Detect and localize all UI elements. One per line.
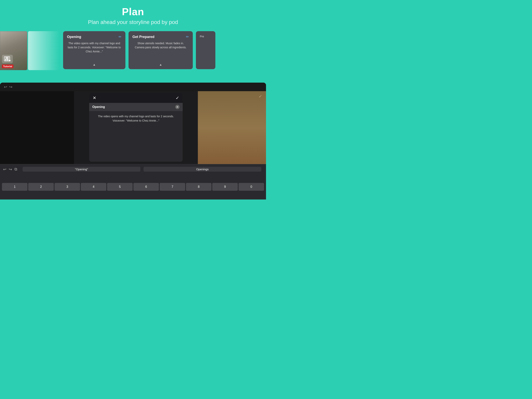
key-8[interactable]: 8	[186, 183, 211, 191]
keyboard-row-numbers: 1 2 3 4 5 6 7 8 9 0	[1, 183, 265, 191]
svg-rect-3	[6, 57, 9, 59]
cards-row: Tutorial Opening ✏ The video opens with …	[0, 31, 266, 76]
pod-card-opening-text: The video opens with my channel logo and…	[67, 41, 121, 61]
svg-point-4	[9, 60, 11, 61]
bottom-copy-button[interactable]: ⧉	[14, 167, 17, 171]
modal-header: Opening ✕	[89, 103, 183, 111]
modal-topbar: ✕ ✓	[89, 93, 183, 103]
pod-card-get-prepared-text: Show utensils needed. Music fades in. Ca…	[133, 41, 189, 61]
key-9[interactable]: 9	[212, 183, 238, 191]
editor-panel: ↩ ↪ ✕ ✓ Opening ✕	[0, 83, 266, 200]
editor-undo-button[interactable]: ↩	[4, 84, 7, 89]
tutorial-overlay: Tutorial	[0, 31, 27, 70]
editor-toolbar-top: ↩ ↪	[0, 83, 266, 91]
modal-text-content: The video opens with my channel logo and…	[92, 114, 180, 123]
modal-clear-button[interactable]: ✕	[175, 105, 180, 109]
gradient-card	[28, 31, 59, 70]
modal-close-button[interactable]: ✕	[93, 96, 96, 101]
header-section: Plan Plan ahead your storyline pod by po…	[0, 0, 266, 29]
key-1[interactable]: 1	[2, 183, 27, 191]
editor-left-panel	[0, 91, 74, 164]
key-3[interactable]: 3	[55, 183, 80, 191]
keyboard: 1 2 3 4 5 6 7 8 9 0	[0, 174, 266, 200]
pod-card-pre-text: Pre	[200, 35, 204, 38]
tutorial-icon	[2, 55, 13, 63]
pod-card-opening[interactable]: Opening ✏ The video opens with my channe…	[63, 31, 125, 69]
pod-card-opening-edit-icon[interactable]: ✏	[119, 35, 121, 39]
modal-textarea[interactable]: The video opens with my channel logo and…	[89, 111, 183, 162]
pod-card-opening-header: Opening ✏	[67, 35, 121, 39]
editor-main-area: ✕ ✓ Opening ✕ The video opens with my ch…	[0, 91, 266, 164]
editor-center-area: ✕ ✓ Opening ✕ The video opens with my ch…	[74, 91, 198, 164]
tutorial-label: Tutorial	[2, 64, 13, 68]
editor-redo-button[interactable]: ↪	[9, 84, 13, 89]
pod-card-get-prepared-arrow: ▲	[133, 63, 189, 66]
page-subtitle: Plan ahead your storyline pod by pod	[0, 19, 266, 25]
svg-point-2	[7, 59, 9, 61]
key-6[interactable]: 6	[133, 183, 159, 191]
pod-card-get-prepared-title: Get Prepared	[133, 35, 154, 39]
key-7[interactable]: 7	[160, 183, 185, 191]
key-2[interactable]: 2	[28, 183, 54, 191]
key-0[interactable]: 0	[239, 183, 264, 191]
tutorial-background: Tutorial	[0, 31, 27, 70]
bottom-redo-button[interactable]: ↪	[9, 167, 12, 172]
key-5[interactable]: 5	[107, 183, 133, 191]
pod-card-opening-arrow: ▲	[67, 63, 121, 66]
pod-card-pre[interactable]: Pre	[196, 31, 215, 69]
pod-card-get-prepared[interactable]: Get Prepared ✏ Show utensils needed. Mus…	[128, 31, 193, 69]
pod-card-get-prepared-header: Get Prepared ✏	[133, 35, 189, 39]
tutorial-card[interactable]: Tutorial	[0, 31, 27, 70]
bottom-openings-label[interactable]: Openings	[144, 167, 261, 172]
page-title: Plan	[0, 6, 266, 18]
photo-strip	[198, 91, 266, 164]
opening-modal: ✕ ✓ Opening ✕ The video opens with my ch…	[89, 93, 183, 162]
editor-right-panel: ✓	[198, 91, 266, 164]
modal-title: Opening	[92, 105, 105, 109]
bottom-tag-label[interactable]: "Opening"	[23, 167, 140, 172]
svg-point-1	[5, 59, 7, 61]
editor-bottom-toolbar: ↩ ↪ ⧉ "Opening" Openings	[0, 164, 266, 174]
key-4[interactable]: 4	[81, 183, 106, 191]
pod-card-get-prepared-edit-icon[interactable]: ✏	[186, 35, 189, 39]
bottom-undo-button[interactable]: ↩	[3, 167, 6, 172]
pod-card-opening-title: Opening	[67, 35, 81, 39]
modal-confirm-button[interactable]: ✓	[176, 96, 179, 101]
